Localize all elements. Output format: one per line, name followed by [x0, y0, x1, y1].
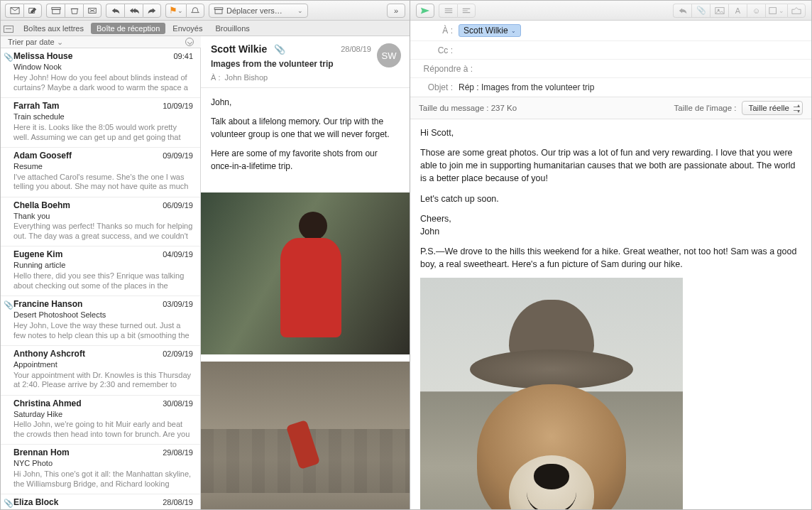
message-preview: Your appointment with Dr. Knowles is thi… [13, 371, 193, 391]
move-to-dropdown[interactable]: Déplacer vers… ⌄ [209, 4, 308, 18]
attach-button[interactable]: 📎 [691, 4, 710, 18]
mail-viewer-pane: ⚑⌄ Déplacer vers… ⌄ » Boîtes aux lettres… [1, 1, 410, 509]
message-list-item[interactable]: 📎Melissa House09:41Window NookHey John! … [1, 48, 200, 98]
message-list-item[interactable]: Farrah Tam10/09/19Train scheduleHere it … [1, 98, 200, 148]
toolbar-overflow-button[interactable]: » [387, 4, 405, 18]
mute-button[interactable] [186, 4, 204, 18]
image-size-select[interactable]: Taille réelle ▴▾ [742, 101, 803, 115]
dog-nose-shape [534, 464, 569, 489]
media-dropdown-button[interactable]: ⌄ [765, 4, 787, 18]
message-sender: Brennan Hom [13, 447, 70, 458]
message-date: 29/08/19 [163, 448, 193, 458]
message-subject: Window Nook [13, 63, 193, 72]
junk-button[interactable] [83, 4, 102, 18]
svg-rect-7 [769, 7, 777, 13]
compose-inline-image [420, 278, 683, 509]
cc-field-row[interactable]: Cc : [410, 41, 811, 60]
dog-mouth-shape [527, 492, 576, 509]
recipient-token[interactable]: Scott Wilkie⌄ [459, 24, 521, 37]
compose-body[interactable]: Hi Scott, Those are some great photos. O… [410, 119, 811, 509]
message-list-item[interactable]: 📎Eliza Block28/08/19Team outing successH… [1, 494, 200, 509]
message-sender: Farrah Tam [13, 101, 59, 112]
attachment-icon: 📎 [4, 300, 13, 310]
reply-button[interactable] [106, 4, 124, 18]
get-mail-button[interactable] [5, 4, 23, 18]
message-date: 30/08/19 [163, 399, 193, 409]
message-date: 09:41 [173, 52, 193, 62]
message-sender: Eugene Kim [13, 249, 62, 260]
flag-button[interactable]: ⚑⌄ [165, 4, 186, 18]
archive-button[interactable] [46, 4, 65, 18]
compose-toolbar: 📎 A ☺ ⌄ [410, 1, 811, 21]
reader-from: Scott Wilkie [211, 43, 267, 55]
message-preview: I've attached Carol's resume. She's the … [13, 173, 193, 192]
message-list[interactable]: 📎Melissa House09:41Window NookHey John! … [1, 48, 201, 509]
tab-mailboxes[interactable]: Boîtes aux lettres [18, 23, 89, 34]
message-list-item[interactable]: Eugene Kim04/09/19Running articleHello t… [1, 246, 200, 296]
message-preview: Everything was perfect! Thanks so much f… [13, 222, 193, 242]
filter-icon[interactable] [185, 38, 194, 46]
replyto-field-row[interactable]: Répondre à : [410, 60, 811, 78]
message-sender: Anthony Ashcroft [13, 349, 85, 359]
message-preview: Hey John! How do you feel about blinds i… [13, 73, 193, 93]
header-fields-button[interactable] [439, 4, 457, 18]
message-date: 09/09/19 [163, 151, 193, 161]
compose-header-fields: À : Scott Wilkie⌄ Cc : Répondre à : Obje… [410, 21, 811, 97]
compose-button[interactable] [23, 4, 42, 18]
send-button[interactable] [416, 4, 434, 18]
message-reader: Scott Wilkie 📎 28/08/19 SW Images from t… [201, 36, 410, 509]
message-sender: Francine Hanson [13, 299, 82, 310]
message-date: 04/09/19 [163, 250, 193, 260]
message-subject: Resume [13, 162, 193, 172]
format-button[interactable] [457, 4, 476, 18]
forward-button[interactable] [143, 4, 161, 18]
message-list-item[interactable]: Christina Ahmed30/08/19Saturday HikeHell… [1, 396, 200, 445]
reader-to: À : John Bishop [211, 73, 400, 82]
message-preview: Hey John, Love the way these turned out.… [13, 321, 193, 341]
message-sender: Chella Boehm [13, 200, 70, 211]
delete-button[interactable] [65, 4, 83, 18]
reader-image-2 [201, 362, 410, 509]
message-list-item[interactable]: Anthony Ashcroft02/09/19AppointmentYour … [1, 346, 200, 396]
sort-bar[interactable]: Trier par date ⌄ [1, 36, 201, 48]
browse-button[interactable] [787, 4, 806, 18]
message-subject: Running article [13, 261, 193, 271]
attachment-icon: 📎 [4, 53, 13, 63]
to-field-row[interactable]: À : Scott Wilkie⌄ [410, 21, 811, 41]
message-preview: Hello John, we're going to hit Muir earl… [13, 420, 193, 440]
message-date: 28/08/19 [163, 498, 193, 508]
subject-value: Rép : Images from the volunteer trip [459, 82, 594, 92]
message-list-item[interactable]: Brennan Hom29/08/19NYC PhotoHi John, Thi… [1, 445, 200, 494]
subject-field-row[interactable]: Objet : Rép : Images from the volunteer … [410, 78, 811, 97]
attachment-icon: 📎 [4, 499, 13, 509]
message-subject: NYC Photo [13, 459, 193, 469]
message-sender: Melissa House [13, 51, 72, 62]
compose-pane: 📎 A ☺ ⌄ À : Scott Wilkie⌄ Cc : Répondre … [410, 1, 811, 509]
reader-body: John, Talk about a lifelong memory. Our … [201, 88, 410, 188]
emoji-button[interactable]: ☺ [747, 4, 765, 18]
tab-drafts[interactable]: Brouillons [210, 23, 256, 34]
message-subject: Thank you [13, 212, 193, 222]
message-subject: Desert Photoshoot Selects [13, 310, 193, 320]
message-preview: Hi John, This one's got it all: the Manh… [13, 470, 193, 489]
attachment-icon: 📎 [274, 44, 285, 55]
svg-rect-1 [52, 9, 60, 13]
compose-reply-button[interactable] [673, 4, 691, 18]
photo-button[interactable] [710, 4, 728, 18]
message-list-item[interactable]: 📎Francine Hanson03/09/19Desert Photoshoo… [1, 296, 200, 346]
reply-all-button[interactable] [124, 4, 143, 18]
message-date: 06/09/19 [163, 201, 193, 211]
tab-inbox[interactable]: Boîte de réception [91, 23, 165, 34]
svg-rect-4 [215, 9, 222, 13]
message-date: 03/09/19 [163, 300, 193, 310]
reader-subject: Images from the volunteer trip [211, 59, 400, 69]
message-list-item[interactable]: Chella Boehm06/09/19Thank youEverything … [1, 197, 200, 247]
message-size-label: Taille du message : 237 Ko [419, 104, 517, 112]
size-bar: Taille du message : 237 Ko Taille de l'i… [410, 97, 811, 119]
main-toolbar: ⚑⌄ Déplacer vers… ⌄ » [1, 1, 410, 21]
message-list-item[interactable]: Adam Gooseff09/09/19ResumeI've attached … [1, 148, 200, 197]
tab-sent[interactable]: Envoyés [167, 23, 208, 34]
mailboxes-icon [4, 26, 13, 33]
font-button[interactable]: A [728, 4, 747, 18]
message-sender: Adam Gooseff [13, 151, 72, 161]
